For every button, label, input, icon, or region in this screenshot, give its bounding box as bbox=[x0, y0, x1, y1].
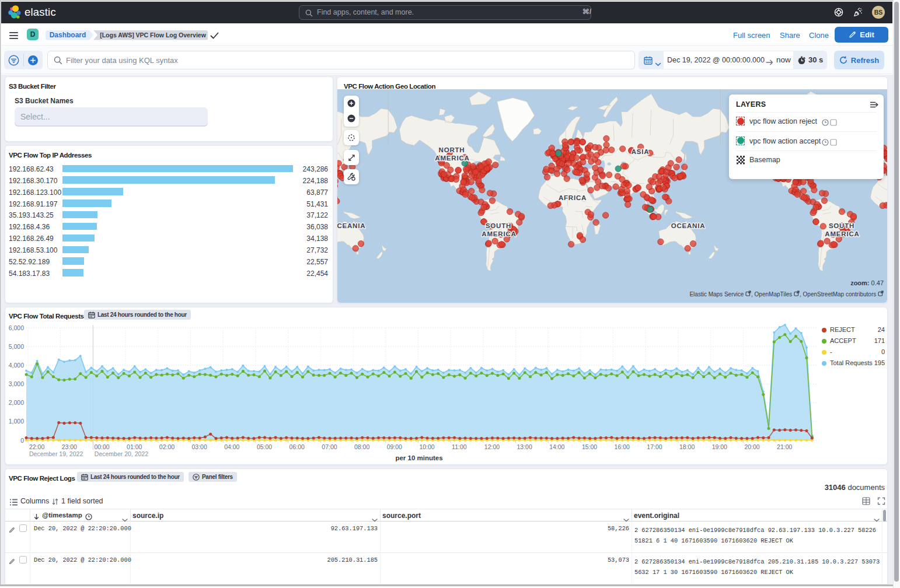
svg-text:0: 0 bbox=[20, 437, 24, 444]
svg-text:22:00: 22:00 bbox=[29, 443, 44, 450]
svg-text:OCEANIA: OCEANIA bbox=[337, 222, 365, 229]
svg-text:01:00: 01:00 bbox=[127, 443, 142, 450]
svg-text:02:00: 02:00 bbox=[159, 443, 175, 450]
svg-text:18:00: 18:00 bbox=[679, 443, 695, 450]
svg-text:SOUTH: SOUTH bbox=[486, 222, 511, 229]
svg-text:NORTH: NORTH bbox=[439, 146, 465, 153]
svg-text:04:00: 04:00 bbox=[224, 443, 239, 450]
svg-text:1,000: 1,000 bbox=[9, 418, 24, 425]
svg-text:06:00: 06:00 bbox=[289, 443, 305, 450]
svg-text:AMERICA: AMERICA bbox=[482, 230, 516, 237]
svg-text:12:00: 12:00 bbox=[484, 443, 500, 450]
svg-text:OCEANIA: OCEANIA bbox=[671, 222, 706, 229]
svg-text:13:00: 13:00 bbox=[517, 443, 532, 450]
svg-text:03:00: 03:00 bbox=[192, 443, 207, 450]
svg-text:19:00: 19:00 bbox=[712, 443, 727, 450]
svg-text:20:00: 20:00 bbox=[744, 443, 759, 450]
svg-text:14:00: 14:00 bbox=[549, 443, 564, 450]
svg-text:3,000: 3,000 bbox=[9, 380, 24, 387]
svg-text:AMERICA: AMERICA bbox=[435, 155, 469, 162]
svg-text:11:00: 11:00 bbox=[452, 443, 467, 450]
svg-text:17:00: 17:00 bbox=[647, 443, 662, 450]
svg-text:December 20, 2022: December 20, 2022 bbox=[95, 450, 148, 457]
svg-text:07:00: 07:00 bbox=[322, 443, 337, 450]
svg-text:15:00: 15:00 bbox=[582, 443, 597, 450]
svg-text:00:00: 00:00 bbox=[94, 443, 109, 450]
svg-text:2,000: 2,000 bbox=[9, 399, 24, 406]
svg-text:ASIA: ASIA bbox=[632, 148, 650, 155]
svg-text:AFRICA: AFRICA bbox=[559, 194, 587, 201]
svg-text:4,000: 4,000 bbox=[9, 362, 24, 369]
svg-text:per 10 minutes: per 10 minutes bbox=[395, 454, 442, 461]
svg-text:December 19, 2022: December 19, 2022 bbox=[29, 450, 83, 457]
svg-text:6,000: 6,000 bbox=[9, 324, 24, 331]
svg-text:09:00: 09:00 bbox=[387, 443, 402, 450]
svg-text:5,000: 5,000 bbox=[9, 343, 24, 350]
svg-text:SOUTH: SOUTH bbox=[829, 222, 854, 229]
svg-text:16:00: 16:00 bbox=[615, 443, 630, 450]
svg-text:05:00: 05:00 bbox=[257, 443, 272, 450]
svg-text:08:00: 08:00 bbox=[354, 443, 369, 450]
svg-text:21:00: 21:00 bbox=[777, 443, 792, 450]
svg-text:23:00: 23:00 bbox=[62, 443, 77, 450]
svg-text:AMERICA: AMERICA bbox=[825, 230, 859, 237]
svg-text:10:00: 10:00 bbox=[419, 443, 434, 450]
